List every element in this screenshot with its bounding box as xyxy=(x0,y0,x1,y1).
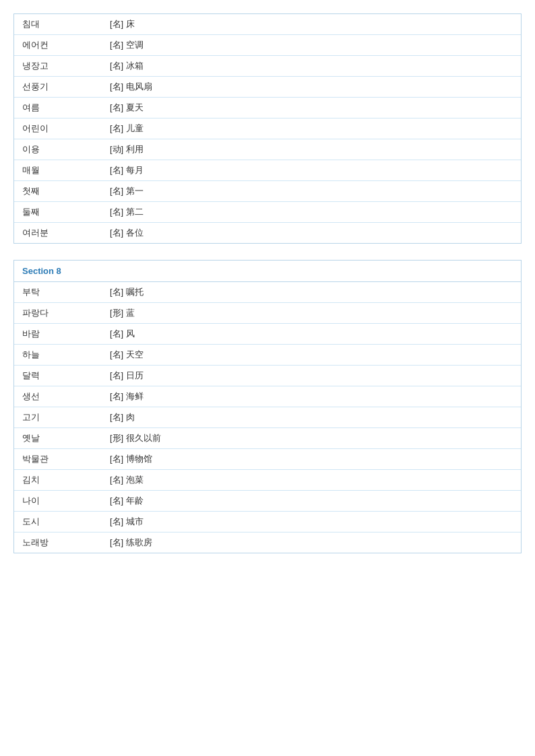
definition: [名] 天空 xyxy=(102,345,521,366)
table-row: 하늘[名] 天空 xyxy=(14,345,521,366)
korean-word: 파랑다 xyxy=(14,303,102,324)
definition: [名] 冰箱 xyxy=(102,56,521,77)
korean-word: 김치 xyxy=(14,470,102,491)
definition: [名] 肉 xyxy=(102,407,521,428)
table-row: 에어컨[名] 空调 xyxy=(14,35,521,56)
korean-word: 달력 xyxy=(14,366,102,386)
korean-word: 여름 xyxy=(14,98,102,118)
definition: [名] 床 xyxy=(102,14,521,35)
korean-word: 에어컨 xyxy=(14,35,102,56)
korean-word: 냉장고 xyxy=(14,56,102,77)
korean-word: 고기 xyxy=(14,407,102,428)
definition: [名] 年龄 xyxy=(102,491,521,512)
definition: [名] 海鲜 xyxy=(102,386,521,407)
definition: [名] 夏天 xyxy=(102,98,521,118)
korean-word: 선풍기 xyxy=(14,77,102,98)
korean-word: 매월 xyxy=(14,160,102,181)
table-row: 달력[名] 日历 xyxy=(14,366,521,386)
definition: [名] 博物馆 xyxy=(102,449,521,470)
table-row: 여러분[名] 各位 xyxy=(14,223,521,244)
korean-word: 나이 xyxy=(14,491,102,512)
korean-word: 생선 xyxy=(14,386,102,407)
definition: [名] 练歌房 xyxy=(102,532,521,553)
table-row: 어린이[名] 儿童 xyxy=(14,118,521,139)
definition: [动] 利用 xyxy=(102,139,521,160)
korean-word: 첫째 xyxy=(14,181,102,202)
definition: [名] 每月 xyxy=(102,160,521,181)
korean-word: 여러분 xyxy=(14,223,102,244)
definition: [形] 蓝 xyxy=(102,303,521,324)
korean-word: 침대 xyxy=(14,14,102,35)
korean-word: 노래방 xyxy=(14,532,102,553)
korean-word: 도시 xyxy=(14,512,102,532)
table-row: 선풍기[名] 电风扇 xyxy=(14,77,521,98)
korean-word: 둘째 xyxy=(14,202,102,223)
definition: [名] 第一 xyxy=(102,181,521,202)
table-row: 노래방[名] 练歌房 xyxy=(14,532,521,553)
definition: [名] 儿童 xyxy=(102,118,521,139)
table-row: 도시[名] 城市 xyxy=(14,512,521,532)
definition: [名] 日历 xyxy=(102,366,521,386)
table-row: 옛날[形] 很久以前 xyxy=(14,428,521,449)
korean-word: 어린이 xyxy=(14,118,102,139)
vocabulary-table-1: 침대[名] 床에어컨[名] 空调냉장고[名] 冰箱선풍기[名] 电风扇여름[名]… xyxy=(13,13,522,244)
table-row: 생선[名] 海鲜 xyxy=(14,386,521,407)
definition: [名] 第二 xyxy=(102,202,521,223)
table-row: 둘째[名] 第二 xyxy=(14,202,521,223)
table-row: 냉장고[名] 冰箱 xyxy=(14,56,521,77)
definition: [名] 泡菜 xyxy=(102,470,521,491)
definition: [名] 嘱托 xyxy=(102,282,521,303)
table-row: 파랑다[形] 蓝 xyxy=(14,303,521,324)
table-row: 여름[名] 夏天 xyxy=(14,98,521,118)
definition: [名] 风 xyxy=(102,324,521,345)
table-row: 나이[名] 年龄 xyxy=(14,491,521,512)
table-row: 김치[名] 泡菜 xyxy=(14,470,521,491)
table-row: 첫째[名] 第一 xyxy=(14,181,521,202)
table-row: 고기[名] 肉 xyxy=(14,407,521,428)
definition: [形] 很久以前 xyxy=(102,428,521,449)
table-row: 부탁[名] 嘱托 xyxy=(14,282,521,303)
korean-word: 이용 xyxy=(14,139,102,160)
table-row: 이용[动] 利用 xyxy=(14,139,521,160)
korean-word: 옛날 xyxy=(14,428,102,449)
definition: [名] 电风扇 xyxy=(102,77,521,98)
table-row: 바람[名] 风 xyxy=(14,324,521,345)
korean-word: 부탁 xyxy=(14,282,102,303)
korean-word: 바람 xyxy=(14,324,102,345)
section-header: Section 8 xyxy=(14,261,521,282)
vocabulary-table-2: Section 8 부탁[名] 嘱托파랑다[形] 蓝바람[名] 风하늘[名] 天… xyxy=(13,260,522,553)
definition: [名] 空调 xyxy=(102,35,521,56)
korean-word: 하늘 xyxy=(14,345,102,366)
table-row: 침대[名] 床 xyxy=(14,14,521,35)
definition: [名] 各位 xyxy=(102,223,521,244)
table-row: 매월[名] 每月 xyxy=(14,160,521,181)
table-row: 박물관[名] 博物馆 xyxy=(14,449,521,470)
korean-word: 박물관 xyxy=(14,449,102,470)
definition: [名] 城市 xyxy=(102,512,521,532)
